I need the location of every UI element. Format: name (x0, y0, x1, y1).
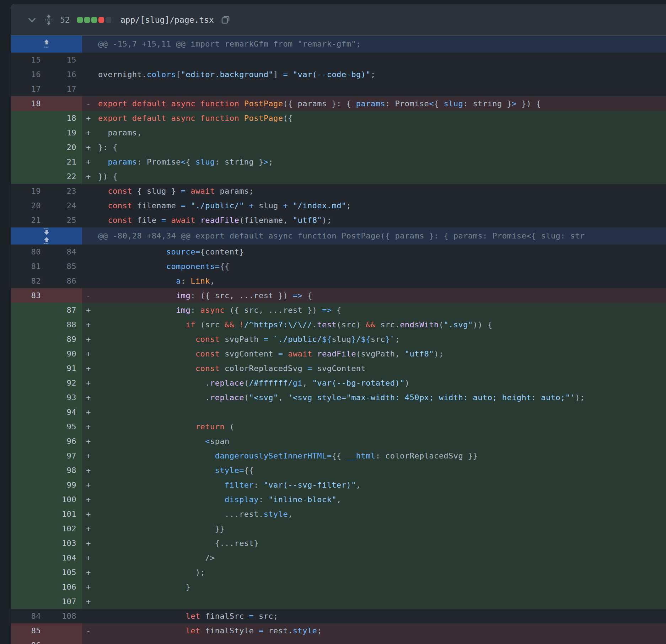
old-line-number[interactable] (11, 580, 47, 594)
old-line-number[interactable] (11, 565, 47, 580)
code-token: a (176, 277, 181, 285)
new-line-number[interactable]: 103 (47, 536, 82, 551)
new-line-number[interactable]: 94 (47, 405, 82, 419)
new-line-number[interactable]: 24 (47, 198, 82, 213)
old-line-number[interactable] (11, 449, 47, 463)
new-line-number[interactable]: 95 (47, 419, 82, 434)
new-line-number[interactable]: 86 (47, 274, 82, 288)
code-token: finalSrc (200, 612, 249, 621)
old-line-number[interactable] (11, 155, 47, 169)
new-line-number[interactable] (47, 623, 82, 638)
new-line-number[interactable] (47, 638, 82, 644)
old-line-number[interactable] (11, 551, 47, 565)
new-line-number[interactable]: 16 (47, 67, 82, 82)
new-line-number[interactable]: 104 (47, 551, 82, 565)
old-line-number[interactable] (11, 507, 47, 521)
new-line-number[interactable]: 97 (47, 449, 82, 463)
new-line-number[interactable]: 87 (47, 303, 82, 317)
expand-up-button[interactable] (11, 36, 82, 53)
new-line-number[interactable]: 99 (47, 478, 82, 492)
new-line-number[interactable]: 84 (47, 245, 82, 259)
old-line-number[interactable]: 84 (11, 609, 47, 623)
old-line-number[interactable] (11, 376, 47, 390)
code-token: "/index.md" (293, 201, 347, 210)
new-line-number[interactable]: 100 (47, 492, 82, 507)
old-line-number[interactable] (11, 594, 47, 609)
old-line-number[interactable]: 81 (11, 259, 47, 274)
new-line-number[interactable]: 85 (47, 259, 82, 274)
new-line-number[interactable]: 107 (47, 594, 82, 609)
old-line-number[interactable]: 15 (11, 53, 47, 67)
old-line-number[interactable] (11, 361, 47, 376)
old-line-number[interactable] (11, 478, 47, 492)
copy-path-icon[interactable] (220, 15, 231, 25)
new-line-number[interactable] (47, 96, 82, 111)
expand-both-button[interactable] (11, 227, 82, 245)
old-line-number[interactable]: 83 (11, 288, 47, 303)
code-token: = (283, 70, 288, 79)
old-line-number[interactable] (11, 521, 47, 536)
new-line-number[interactable]: 19 (47, 125, 82, 140)
old-line-number[interactable] (11, 125, 47, 140)
old-line-number[interactable] (11, 536, 47, 551)
old-line-number[interactable]: 18 (11, 96, 47, 111)
old-line-number[interactable] (11, 332, 47, 347)
old-line-number[interactable] (11, 405, 47, 419)
code-token: [ (176, 70, 181, 79)
old-line-number[interactable] (11, 111, 47, 125)
new-line-number[interactable]: 108 (47, 609, 82, 623)
old-line-number[interactable] (11, 419, 47, 434)
new-line-number[interactable]: 105 (47, 565, 82, 580)
code-token (98, 364, 195, 373)
code-token (98, 349, 195, 358)
old-line-number[interactable] (11, 434, 47, 449)
new-line-number[interactable]: 98 (47, 463, 82, 478)
code-token: gi (293, 379, 302, 387)
new-line-number[interactable]: 96 (47, 434, 82, 449)
old-line-number[interactable]: 80 (11, 245, 47, 259)
old-line-number[interactable]: 20 (11, 198, 47, 213)
code-line: .replace("<svg", '<svg style="max-width:… (98, 390, 666, 405)
new-line-number[interactable]: 90 (47, 347, 82, 361)
old-line-number[interactable]: 16 (11, 67, 47, 82)
new-line-number[interactable]: 92 (47, 376, 82, 390)
old-line-number[interactable] (11, 169, 47, 184)
new-line-number[interactable]: 91 (47, 361, 82, 376)
old-line-number[interactable]: 82 (11, 274, 47, 288)
new-line-number[interactable]: 25 (47, 213, 82, 227)
old-line-number[interactable]: 21 (11, 213, 47, 227)
old-line-number[interactable]: 17 (11, 82, 47, 96)
expand-collapse-drag-icon[interactable] (44, 14, 54, 26)
old-line-number[interactable] (11, 303, 47, 317)
code-token: ; (317, 626, 322, 635)
old-line-number[interactable] (11, 390, 47, 405)
chevron-down-icon[interactable] (27, 15, 37, 25)
code-token: }} (98, 524, 225, 533)
old-line-number[interactable] (11, 492, 47, 507)
new-line-number[interactable]: 106 (47, 580, 82, 594)
old-line-number[interactable]: 86 (11, 638, 47, 644)
old-line-number[interactable]: 85 (11, 623, 47, 638)
new-line-number[interactable]: 101 (47, 507, 82, 521)
code-token: svgContent (312, 364, 366, 373)
new-line-number[interactable]: 88 (47, 317, 82, 332)
old-line-number[interactable] (11, 463, 47, 478)
old-line-number[interactable] (11, 347, 47, 361)
old-line-number[interactable]: 19 (11, 184, 47, 198)
new-line-number[interactable]: 20 (47, 140, 82, 155)
code-token: svgPath (220, 335, 263, 344)
new-line-number[interactable]: 21 (47, 155, 82, 169)
new-line-number[interactable]: 22 (47, 169, 82, 184)
old-line-number[interactable] (11, 317, 47, 332)
new-line-number[interactable]: 102 (47, 521, 82, 536)
old-line-number[interactable] (11, 140, 47, 155)
new-line-number[interactable] (47, 288, 82, 303)
new-line-number[interactable]: 89 (47, 332, 82, 347)
new-line-number[interactable]: 18 (47, 111, 82, 125)
new-line-number[interactable]: 93 (47, 390, 82, 405)
new-line-number[interactable]: 17 (47, 82, 82, 96)
new-line-number[interactable]: 23 (47, 184, 82, 198)
diff-marker: + (82, 521, 98, 536)
code-token: = (307, 364, 312, 373)
new-line-number[interactable]: 15 (47, 53, 82, 67)
